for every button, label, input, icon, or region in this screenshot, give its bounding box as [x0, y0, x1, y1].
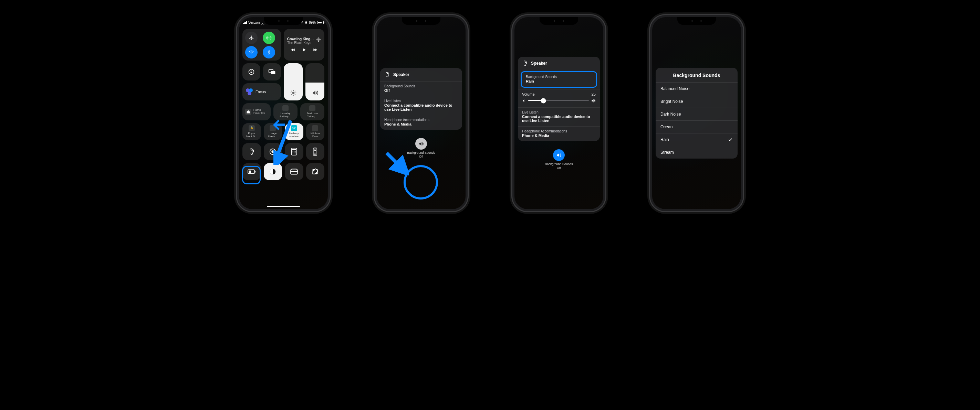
battery-pct: 69% [309, 21, 316, 24]
home-accessory-tile[interactable]: …ragePerch… [264, 123, 282, 140]
sound-option-label: Bright Noise [660, 99, 683, 104]
calculator-button[interactable] [285, 143, 303, 160]
brightness-slider[interactable] [284, 63, 303, 100]
remote-button[interactable] [306, 143, 325, 160]
screen-record-button[interactable] [264, 143, 282, 160]
phone-hearing-off: Speaker Background Sounds Off Live Liste… [375, 15, 468, 211]
wifi-button[interactable] [245, 46, 258, 59]
orientation-lock-button[interactable] [242, 63, 260, 81]
sound-option[interactable]: Rain [655, 133, 738, 146]
home-tile[interactable]: HomeFavorites [242, 103, 270, 120]
focus-label: Focus [256, 90, 266, 94]
sound-option[interactable]: Dark Noise [655, 108, 738, 120]
airplay-icon[interactable] [316, 37, 321, 42]
lock-icon: 🔒 [249, 125, 255, 131]
svg-point-14 [294, 151, 294, 152]
low-power-button[interactable] [242, 163, 261, 180]
volume-low-icon [522, 99, 526, 103]
forward-icon[interactable] [312, 47, 318, 52]
svg-point-0 [269, 38, 270, 38]
home-accessory-tile[interactable]: KitchenCans [306, 123, 325, 140]
svg-point-15 [295, 151, 296, 152]
airplane-mode-button[interactable] [245, 32, 258, 44]
svg-point-21 [295, 154, 296, 154]
hearing-panel: Speaker Background Sounds Off Live Liste… [380, 68, 462, 130]
notch [677, 17, 716, 25]
svg-point-4 [318, 39, 319, 40]
home-accessory-tile[interactable]: LaundryBattery… [274, 103, 298, 120]
volume-slider-row[interactable] [518, 97, 600, 107]
background-sounds-toggle[interactable]: Background SoundsOn [545, 149, 573, 170]
svg-rect-32 [249, 171, 251, 173]
connectivity-module[interactable] [242, 29, 281, 60]
now-playing-module[interactable]: Crawling King… The Black Keys [284, 29, 325, 60]
bluetooth-button[interactable] [263, 46, 275, 59]
cellular-bars-icon [243, 21, 247, 24]
rewind-icon[interactable] [290, 47, 296, 52]
track-title: Crawling King… [287, 37, 314, 41]
thermostat-icon: 74° [291, 125, 297, 131]
phone-hearing-on: Speaker Background Sounds Rain Volume 25 [512, 15, 605, 211]
sound-option-label: Balanced Noise [660, 86, 689, 91]
lock-icon [305, 21, 307, 24]
headphone-accommodations-row[interactable]: Headphone Accommodations Phone & Media [518, 126, 600, 141]
svg-point-20 [294, 154, 294, 154]
sound-option[interactable]: Balanced Noise [655, 82, 738, 95]
hearing-panel: Speaker Background Sounds Rain Volume 25 [518, 57, 600, 141]
background-sounds-row[interactable]: Background Sounds Rain [522, 72, 596, 87]
background-sounds-row[interactable]: Background Sounds Off [380, 81, 462, 96]
cellular-data-button[interactable] [263, 32, 275, 44]
sound-option[interactable]: Ocean [655, 120, 738, 133]
focus-button[interactable]: Focus [242, 83, 281, 100]
notch [402, 17, 441, 25]
svg-point-17 [294, 152, 294, 153]
svg-point-1 [251, 54, 252, 54]
svg-point-24 [314, 152, 315, 152]
svg-point-25 [315, 152, 316, 152]
headphone-accommodations-row[interactable]: Headphone Accommodations Phone & Media [380, 115, 462, 130]
notch [264, 17, 303, 25]
phone-sound-picker: Background Sounds Balanced Noise Bright … [650, 15, 743, 211]
highlight-background-sounds: Background Sounds Rain [521, 71, 597, 88]
hearing-button[interactable] [242, 143, 261, 160]
sound-option[interactable]: Bright Noise [655, 95, 738, 108]
accessory-icon [270, 125, 276, 131]
home-icon [245, 109, 251, 115]
svg-rect-31 [255, 171, 256, 173]
volume-high-icon [591, 98, 596, 103]
sound-option-label: Dark Noise [660, 112, 681, 117]
live-listen-row: Live Listen Connect a compatible audio d… [518, 107, 600, 126]
panel-header: Speaker [518, 57, 600, 70]
svg-rect-12 [292, 149, 296, 150]
accessory-icon [312, 125, 318, 131]
phone-control-center: Verizon 69% [237, 15, 330, 211]
svg-point-28 [314, 154, 315, 155]
screen-mirroring-button[interactable] [263, 63, 281, 81]
wifi-icon [261, 21, 264, 24]
svg-rect-22 [313, 148, 317, 155]
svg-point-18 [295, 152, 296, 153]
panel-header-label: Speaker [531, 61, 547, 66]
sound-option-label: Ocean [660, 125, 673, 129]
battery-icon [317, 21, 324, 24]
wallet-button[interactable] [285, 163, 303, 180]
sound-option-label: Rain [660, 137, 669, 142]
panel-header: Speaker [380, 68, 462, 81]
sound-option[interactable]: Stream [655, 146, 738, 158]
home-indicator[interactable] [267, 206, 300, 207]
background-sounds-toggle[interactable]: Background SoundsOff [407, 138, 435, 158]
notes-button[interactable] [306, 163, 325, 180]
play-icon[interactable] [302, 47, 307, 52]
panel-header-label: Speaker [393, 72, 409, 77]
sound-option-label: Stream [660, 150, 674, 155]
home-accessory-tile[interactable]: 74° Hallwayecobee [285, 123, 303, 140]
volume-label: Volume [522, 92, 535, 96]
dark-mode-button[interactable] [264, 163, 282, 180]
svg-point-13 [292, 151, 293, 152]
home-accessory-tile[interactable]: BedroomCeiling… [300, 103, 325, 120]
svg-point-16 [292, 152, 293, 153]
volume-slider[interactable] [305, 63, 325, 100]
volume-value: 25 [592, 92, 596, 96]
accessory-icon [282, 105, 288, 111]
home-accessory-tile[interactable]: 🔒 FoyerFront D… [242, 123, 261, 140]
